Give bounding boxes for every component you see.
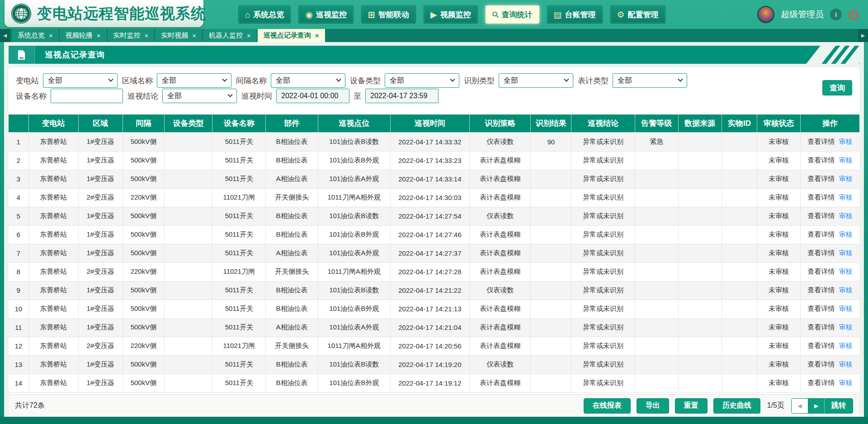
audit-link[interactable]: 审核: [839, 286, 853, 294]
cell: 未审核: [757, 355, 801, 374]
view-detail-link[interactable]: 查看详情: [808, 156, 835, 164]
tab-bar: ◀ 系统总览 × 视频轮播 × 实时监控 × 实时视频 × 机器人监控 × 巡视…: [0, 29, 868, 42]
cell: 表计表盘模糊: [470, 374, 531, 392]
col-header-0: [9, 114, 28, 133]
filter-select-1[interactable]: 全部: [43, 73, 118, 88]
audit-link[interactable]: 审核: [839, 156, 853, 164]
table-row: 13东善桥站1#变压器500kV侧5011开关B相油位表101油位表B读数202…: [9, 355, 859, 374]
next-page-button[interactable]: ▶: [808, 399, 824, 413]
cell: 101油位表B读数: [318, 281, 390, 300]
tab-6[interactable]: 巡视点记录查询 ×: [258, 29, 325, 42]
home-icon: ⌂: [245, 10, 250, 19]
filter-select-4[interactable]: 全部: [385, 73, 459, 88]
audit-link[interactable]: 审核: [839, 249, 853, 257]
filter-select-6[interactable]: 全部: [613, 73, 687, 88]
cell: 1011刀闸A相外观: [318, 337, 390, 355]
online-report-button[interactable]: 在线报表: [584, 398, 631, 414]
search-button[interactable]: 查询: [822, 80, 852, 95]
nav-item-smart-linkage[interactable]: ⊞ 智能联动: [361, 5, 416, 24]
cell: 未审核: [757, 318, 801, 337]
cell: 5011开关: [212, 374, 266, 392]
cell: [678, 262, 722, 281]
view-detail-link[interactable]: 查看详情: [808, 267, 835, 275]
audit-link[interactable]: 审核: [839, 212, 853, 219]
close-icon[interactable]: ×: [192, 32, 196, 39]
cell: [165, 151, 212, 170]
jump-button[interactable]: 跳转: [824, 399, 853, 413]
view-detail-link[interactable]: 查看详情: [808, 360, 835, 368]
conclusion-select[interactable]: 全部: [162, 89, 237, 103]
tab-2[interactable]: 视频轮播 ×: [60, 29, 107, 42]
prev-page-button[interactable]: ◀: [792, 399, 808, 413]
tab-5[interactable]: 机器人监控 ×: [203, 29, 257, 42]
audit-link[interactable]: 审核: [839, 230, 853, 238]
audit-link[interactable]: 审核: [839, 305, 853, 312]
audit-link[interactable]: 审核: [839, 323, 853, 331]
view-detail-link[interactable]: 查看详情: [808, 175, 835, 182]
cell: 东善桥站: [28, 281, 78, 300]
history-curve-button[interactable]: 历史曲线: [713, 398, 760, 414]
cell: [722, 207, 757, 225]
cell: 东善桥站: [28, 207, 78, 225]
audit-link[interactable]: 审核: [839, 342, 853, 349]
cell: 101油位表B读数: [318, 207, 390, 225]
avatar[interactable]: [757, 6, 774, 23]
cell: 5: [9, 207, 28, 225]
audit-link[interactable]: 审核: [839, 138, 853, 145]
cell: 异常或未识别: [571, 170, 635, 188]
tab-scroll-right-icon[interactable]: ▶: [858, 29, 868, 42]
info-icon[interactable]: i: [830, 9, 842, 20]
logout-power-button[interactable]: [848, 9, 859, 20]
nav-item-ledger-manage[interactable]: ▤ 台账管理: [547, 5, 603, 24]
cell: 500kV侧: [123, 300, 164, 318]
tab-1[interactable]: 系统总览 ×: [12, 29, 59, 42]
time-from-input[interactable]: 2022-04-01 00:00: [276, 89, 349, 103]
nav-item-video-monitor[interactable]: ▶ 视频监控: [424, 5, 478, 24]
tab-4[interactable]: 实时视频 ×: [155, 29, 202, 42]
export-button[interactable]: 导出: [637, 398, 669, 414]
view-detail-link[interactable]: 查看详情: [808, 249, 835, 257]
audit-link[interactable]: 审核: [839, 360, 853, 368]
cell: 1#变压器: [78, 151, 123, 170]
close-icon[interactable]: ×: [247, 32, 251, 39]
audit-link[interactable]: 审核: [839, 193, 853, 201]
reset-button[interactable]: 重置: [675, 398, 708, 414]
nav-item-overview[interactable]: ⌂ 系统总览: [238, 5, 291, 24]
filter-select-5[interactable]: 全部: [499, 73, 573, 88]
close-icon[interactable]: ×: [97, 32, 101, 39]
view-detail-link[interactable]: 查看详情: [808, 230, 835, 238]
table-row: 14东善桥站1#变压器500kV侧5011开关B相油位表101油位表B外观202…: [9, 374, 859, 392]
cell: 101油位表B读数: [318, 133, 390, 151]
tab-scroll-left-icon[interactable]: ◀: [0, 29, 10, 42]
view-detail-link[interactable]: 查看详情: [808, 323, 835, 331]
close-icon[interactable]: ×: [315, 32, 319, 39]
device-name-input[interactable]: [51, 89, 123, 103]
time-to-input[interactable]: 2022-04-17 23:59: [365, 89, 439, 103]
view-detail-link[interactable]: 查看详情: [808, 379, 835, 386]
cell: 未审核: [757, 262, 801, 281]
col-header-5: 设备名称: [212, 114, 266, 133]
close-icon[interactable]: ×: [49, 32, 53, 39]
cell: 7: [9, 244, 28, 262]
filter-select-3[interactable]: 全部: [271, 73, 345, 88]
nav-item-query-statistics[interactable]: ⚲ 查询统计: [486, 5, 539, 24]
operation-cell: 查看详情审核: [801, 281, 859, 300]
cell: 220kV侧: [123, 188, 164, 207]
nav-item-patrol-monitor[interactable]: ◉ 巡视监控: [298, 5, 354, 24]
view-detail-link[interactable]: 查看详情: [808, 138, 835, 145]
tab-3[interactable]: 实时监控 ×: [108, 29, 155, 42]
cell: [165, 133, 212, 151]
view-detail-link[interactable]: 查看详情: [808, 286, 835, 294]
nav-item-config-manage[interactable]: ⚙ 配置管理: [610, 5, 665, 24]
filter-select-2[interactable]: 全部: [157, 73, 231, 88]
cell: [165, 244, 212, 262]
view-detail-link[interactable]: 查看详情: [808, 342, 835, 349]
audit-link[interactable]: 审核: [839, 379, 853, 386]
cell: 11021刀闸: [212, 337, 266, 355]
view-detail-link[interactable]: 查看详情: [808, 212, 835, 219]
close-icon[interactable]: ×: [145, 32, 149, 39]
view-detail-link[interactable]: 查看详情: [808, 193, 835, 201]
audit-link[interactable]: 审核: [839, 175, 853, 182]
audit-link[interactable]: 审核: [839, 267, 853, 275]
view-detail-link[interactable]: 查看详情: [808, 305, 835, 312]
